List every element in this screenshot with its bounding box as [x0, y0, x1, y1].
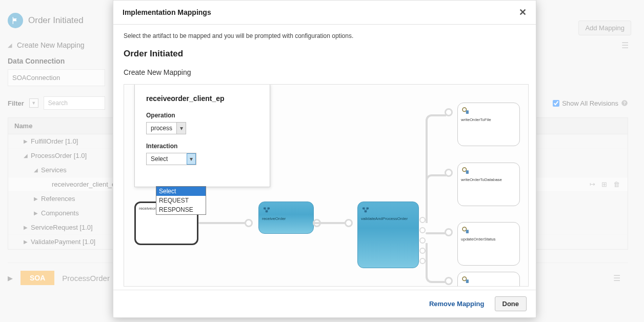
dialog-section-subtitle: Create New Mapping: [124, 68, 526, 76]
svg-line-6: [267, 209, 269, 210]
component-icon: [361, 205, 370, 215]
svg-rect-8: [367, 208, 369, 210]
component-icon: [262, 205, 271, 215]
svg-line-10: [364, 209, 366, 210]
svg-line-11: [366, 209, 368, 210]
node-update-status[interactable]: updateOrderStatus: [457, 222, 520, 266]
operation-label: Operation: [146, 112, 258, 119]
gear-file-icon: [461, 106, 470, 116]
node-validate-process-order[interactable]: validateAndProcessOrder: [357, 202, 419, 268]
svg-rect-9: [365, 211, 367, 213]
svg-rect-17: [466, 230, 469, 233]
node-write-to-file[interactable]: writeOrderToFile: [457, 103, 520, 146]
operation-select[interactable]: process ▾: [146, 122, 186, 134]
dialog-title: Implementation Mappings: [123, 8, 211, 16]
svg-point-14: [462, 168, 467, 172]
interaction-label: Interaction: [146, 143, 258, 150]
dropdown-option-response[interactable]: RESPONSE: [156, 205, 206, 214]
dropdown-arrow-icon[interactable]: ▾: [176, 123, 186, 134]
interaction-dropdown-list: Select REQUEST RESPONSE: [156, 186, 206, 215]
process-diagram: receiveorder_client_ep receiveOrder: [124, 84, 529, 287]
artifact-config-panel: receiveorder_client_ep Operation process…: [134, 84, 270, 187]
svg-rect-19: [466, 279, 469, 283]
svg-rect-2: [264, 208, 266, 210]
dropdown-option-select[interactable]: Select: [156, 187, 206, 196]
svg-rect-3: [268, 208, 270, 210]
dropdown-arrow-icon[interactable]: ▾: [187, 153, 196, 165]
gear-file-icon: [461, 226, 470, 236]
dialog-section-title: Order Initiated: [124, 49, 526, 59]
implementation-mappings-dialog: Implementation Mappings ✕ Select the art…: [113, 0, 536, 318]
svg-point-18: [462, 277, 467, 281]
svg-rect-15: [466, 170, 469, 174]
node-write-to-db[interactable]: writeOrderToDatabase: [457, 163, 520, 206]
svg-rect-13: [466, 110, 469, 114]
svg-rect-4: [266, 211, 268, 213]
svg-line-5: [265, 209, 267, 210]
remove-mapping-link[interactable]: Remove Mapping: [429, 300, 485, 308]
done-button[interactable]: Done: [495, 296, 527, 311]
svg-rect-7: [363, 208, 365, 210]
node-receiveorder[interactable]: receiveOrder: [258, 202, 314, 234]
gear-file-icon: [461, 166, 470, 176]
svg-point-12: [462, 108, 467, 112]
dropdown-option-request[interactable]: REQUEST: [156, 196, 206, 205]
dialog-subtitle: Select the artifact to be mapped and you…: [124, 32, 526, 39]
popup-title: receiveorder_client_ep: [146, 94, 258, 103]
gear-file-icon: [461, 275, 470, 286]
interaction-select[interactable]: Select ▾: [146, 153, 196, 165]
svg-point-16: [462, 227, 467, 231]
node-validate-payment[interactable]: validatePaymentService: [457, 272, 520, 287]
close-icon[interactable]: ✕: [519, 7, 527, 18]
